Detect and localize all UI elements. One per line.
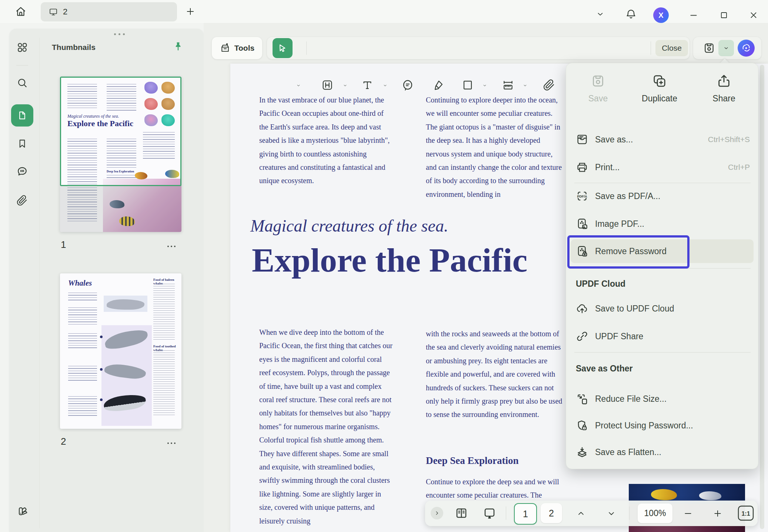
- menu-label: UPDF Share: [595, 331, 643, 341]
- save-menu-chevron[interactable]: [718, 40, 734, 56]
- doc-photo-fish: [699, 491, 721, 500]
- thumbnail-text-lines: [68, 366, 97, 382]
- text-tool-chevron[interactable]: [383, 83, 388, 88]
- maximize-icon: [719, 10, 729, 20]
- close-button[interactable]: Close: [655, 40, 688, 56]
- doc-heading: Deep Sea Exploration: [426, 455, 519, 467]
- new-tab-button[interactable]: [185, 6, 196, 18]
- close-window-button[interactable]: [749, 10, 758, 21]
- tools-button[interactable]: Tools: [212, 37, 262, 59]
- document-tab[interactable]: 2: [41, 2, 177, 21]
- outside-viewport-dim: [60, 186, 181, 232]
- notifications-button[interactable]: [625, 8, 637, 21]
- zoom-in-icon[interactable]: [712, 508, 723, 519]
- annotation-highlight-box: [567, 235, 689, 269]
- ai-swirl-icon: [741, 43, 752, 54]
- menu-item-save-to-updf-cloud[interactable]: Save to UPDF Cloud: [572, 298, 754, 319]
- chevron-down-icon: [595, 9, 605, 19]
- previous-page-icon[interactable]: [576, 509, 586, 518]
- menu-item-save-as-pdfa[interactable]: PDF/A Save as PDF/A...: [572, 185, 754, 207]
- shape-tool-button[interactable]: [462, 79, 474, 91]
- doc-paragraph-5: Continue to explore the deep sea and we …: [426, 475, 564, 502]
- page-1-more-button[interactable]: [167, 246, 176, 247]
- sidebar-item-apps[interactable]: [11, 36, 33, 58]
- avatar[interactable]: X: [653, 7, 669, 23]
- menu-item-save-as[interactable]: Save as... Ctrl+Shift+S: [572, 129, 754, 150]
- save-icon[interactable]: [703, 42, 715, 54]
- zoom-level-button[interactable]: 100%: [638, 504, 672, 523]
- doc-subtitle: Magical creatures of the sea.: [250, 216, 448, 236]
- minimize-icon: [689, 10, 698, 20]
- thumbnail-text-lines: [153, 350, 175, 415]
- doc-paragraph-3: When we dive deep into the bottom of the…: [259, 326, 393, 528]
- minimize-button[interactable]: [689, 10, 698, 21]
- attach-tool-button[interactable]: [543, 79, 555, 91]
- highlighter-tool-button[interactable]: [432, 79, 444, 91]
- expand-bar-button[interactable]: [431, 507, 443, 519]
- vertical-scrollbar[interactable]: [760, 65, 764, 529]
- sidebar-item-comments[interactable]: [11, 160, 33, 182]
- statusbar-divider: [506, 506, 506, 520]
- comment-tool-button[interactable]: [402, 79, 414, 91]
- reading-mode-icon[interactable]: [455, 506, 468, 520]
- page-1-button[interactable]: 1: [514, 503, 537, 525]
- zoom-out-icon[interactable]: [683, 508, 693, 519]
- thumbnail-page-1[interactable]: Magical creatures of the sea. Explore th…: [60, 77, 181, 232]
- measure-tool-chevron[interactable]: [522, 83, 528, 88]
- sidebar-item-thumbnails[interactable]: [11, 104, 33, 127]
- menu-item-updf-share[interactable]: UPDF Share: [572, 326, 754, 347]
- one-to-one-icon: 1:1: [738, 505, 754, 521]
- menu-label: Image PDF...: [595, 219, 644, 229]
- menu-duplicate-button[interactable]: Duplicate: [636, 74, 683, 104]
- collapse-toolbar-button[interactable]: [595, 9, 605, 20]
- heading-tool-chevron[interactable]: [343, 83, 348, 88]
- menu-item-reduce-file-size[interactable]: Reduce File Size...: [572, 388, 754, 410]
- sidebar-item-search[interactable]: [11, 72, 33, 94]
- home-button[interactable]: [13, 5, 28, 18]
- page-2-button[interactable]: 2: [541, 503, 562, 523]
- doc-paragraph-4: with the rocks and seaweeds at the botto…: [426, 327, 564, 421]
- page-2-more-button[interactable]: [167, 442, 176, 444]
- search-icon: [16, 77, 28, 89]
- menu-item-print[interactable]: Print... Ctrl+P: [572, 156, 754, 178]
- menu-shortcut: Ctrl+P: [728, 163, 754, 172]
- select-tool-button[interactable]: [273, 38, 293, 58]
- next-page-icon[interactable]: [607, 509, 616, 518]
- select-tool-chevron[interactable]: [296, 83, 301, 88]
- menu-label: Save as Flatten...: [595, 447, 661, 457]
- presentation-mode-icon[interactable]: [483, 506, 496, 520]
- menu-item-protect-using-password[interactable]: Protect Using Password...: [572, 415, 754, 436]
- panel-drag-handle[interactable]: [114, 33, 125, 35]
- section-updf-cloud: UPDF Cloud: [576, 279, 625, 289]
- pin-icon: [173, 41, 184, 52]
- cloud-upload-icon: [576, 302, 588, 315]
- heading-tool-button[interactable]: [321, 79, 333, 91]
- monitor-icon: [49, 7, 58, 16]
- menu-item-image-pdf[interactable]: Image PDF...: [572, 213, 754, 235]
- app-window: 2 X: [0, 0, 768, 532]
- text-tool-button[interactable]: [361, 79, 373, 91]
- shape-tool-chevron[interactable]: [482, 83, 487, 88]
- menu-share-button[interactable]: Share: [700, 74, 748, 104]
- sidebar-item-swatches[interactable]: [11, 500, 33, 522]
- sidebar-item-bookmarks[interactable]: [11, 132, 33, 155]
- thumbnail-page-2[interactable]: Whales Food of baleen whales Food of too…: [60, 273, 181, 429]
- measure-tool-button[interactable]: [502, 79, 514, 91]
- viewport-rect[interactable]: [60, 77, 181, 186]
- menu-label: Save to UPDF Cloud: [595, 304, 674, 314]
- ai-assistant-button[interactable]: [738, 40, 755, 57]
- sidebar-item-attachments[interactable]: [11, 189, 33, 212]
- doc-paragraph-2: Continuing to explore deeper into the oc…: [426, 93, 564, 201]
- maximize-button[interactable]: [719, 10, 729, 21]
- flatten-layers-icon: [576, 446, 588, 458]
- tab-label: 2: [63, 7, 67, 17]
- menu-item-save-as-flatten[interactable]: Save as Flatten...: [572, 441, 754, 463]
- menu-shortcut: Ctrl+Shift+S: [708, 135, 754, 144]
- actual-size-button[interactable]: 1:1: [738, 505, 754, 522]
- menu-save-label: Save: [588, 94, 608, 104]
- menu-label: Reduce File Size...: [595, 394, 667, 404]
- pin-panel-button[interactable]: [173, 41, 184, 53]
- toolbar-divider: [651, 41, 651, 55]
- plus-icon: [185, 6, 196, 17]
- thumbnail-text-lines: [68, 333, 97, 348]
